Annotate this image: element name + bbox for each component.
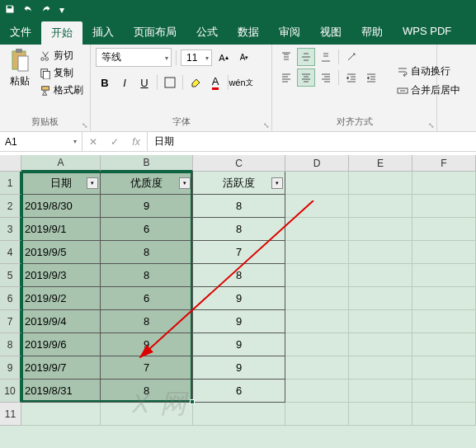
cell[interactable] [349,264,412,287]
cell-date[interactable]: 2019/9/6 [21,333,101,356]
column-header-d[interactable]: D [285,155,349,172]
row-header[interactable]: 4 [0,241,21,264]
cell[interactable] [349,218,412,241]
align-bottom-icon[interactable] [317,48,335,66]
cell[interactable] [412,241,476,264]
column-header-c[interactable]: C [193,155,285,172]
cell[interactable] [285,241,349,264]
row-header[interactable]: 10 [0,380,21,403]
row-header[interactable]: 6 [0,287,21,310]
cell-quality[interactable]: 6 [101,287,193,310]
cell[interactable] [349,333,412,356]
cell[interactable] [412,287,476,310]
cell-date[interactable]: 2019/9/5 [21,241,101,264]
fx-icon[interactable]: fx [125,136,147,148]
column-header-e[interactable]: E [349,155,412,172]
format-painter-button[interactable]: 格式刷 [38,83,85,98]
align-left-icon[interactable] [277,68,295,87]
cell-quality[interactable]: 8 [101,241,193,264]
row-header[interactable]: 8 [0,333,21,356]
font-name-select[interactable]: 等线▾ [96,48,172,67]
tab-file[interactable]: 文件 [0,20,41,45]
cell[interactable] [285,310,349,333]
name-box[interactable]: A1 ▾ [0,132,82,151]
cell-activity[interactable]: 9 [193,333,285,356]
tab-formulas[interactable]: 公式 [186,20,228,45]
cell[interactable] [285,356,349,380]
worksheet-grid[interactable]: A B C D E F 1日期▾优质度▾活跃度▾22019/8/30983201… [0,155,476,448]
cell[interactable] [412,403,476,426]
cell-date[interactable]: 2019/8/31 [21,380,101,403]
cell[interactable] [412,310,476,333]
cell-date[interactable]: 2019/9/1 [21,218,101,241]
cell[interactable] [285,172,349,195]
filter-dropdown-icon[interactable]: ▾ [271,177,283,189]
copy-button[interactable]: 复制 [38,65,85,81]
cell-date[interactable]: 2019/9/2 [21,287,101,310]
paste-button[interactable]: 粘贴 [5,48,35,114]
cell-date[interactable]: 2019/9/3 [21,264,101,287]
cell[interactable] [285,333,349,356]
cell[interactable] [349,287,412,310]
cell-header-date[interactable]: 日期▾ [21,172,101,195]
cell[interactable] [349,403,412,426]
decrease-indent-icon[interactable] [342,68,361,87]
tab-data[interactable]: 数据 [228,20,269,45]
cell-header-activity[interactable]: 活跃度▾ [193,172,285,195]
cell[interactable] [285,264,349,287]
accept-formula-icon[interactable]: ✓ [104,136,125,148]
border-button[interactable] [161,73,179,92]
cell-date[interactable]: 2019/9/7 [21,356,101,380]
fill-color-button[interactable] [186,73,205,92]
cell-quality[interactable]: 6 [101,218,193,241]
row-header[interactable]: 9 [0,356,21,380]
cell-activity[interactable]: 9 [193,287,285,310]
font-size-select[interactable]: 11▾ [181,50,212,66]
tab-wps-pdf[interactable]: WPS PDF [393,20,461,45]
name-box-caret-icon[interactable]: ▾ [73,138,77,145]
cell[interactable] [349,310,412,333]
align-center-icon[interactable] [297,68,315,87]
save-icon[interactable] [5,4,15,17]
row-header[interactable]: 11 [0,403,21,426]
cell-date[interactable]: 2019/8/30 [21,195,101,218]
cell-activity[interactable]: 6 [193,380,285,403]
cell-quality[interactable]: 9 [101,333,193,356]
filter-dropdown-icon[interactable]: ▾ [179,177,191,189]
cell[interactable] [349,380,412,403]
tab-review[interactable]: 审阅 [269,20,310,45]
font-dialog-launcher-icon[interactable]: ⤡ [263,121,270,130]
row-header[interactable]: 3 [0,218,21,241]
cell[interactable] [101,403,193,426]
cell[interactable] [412,333,476,356]
row-header[interactable]: 2 [0,195,21,218]
cell-quality[interactable]: 8 [101,380,193,403]
cell-activity[interactable]: 8 [193,264,285,287]
clipboard-dialog-launcher-icon[interactable]: ⤡ [82,121,88,130]
cell[interactable] [412,380,476,403]
cell[interactable] [349,356,412,380]
tab-help[interactable]: 帮助 [351,20,393,45]
phonetic-guide-icon[interactable]: wén文 [232,73,250,92]
cut-button[interactable]: 剪切 [38,48,85,64]
wrap-text-button[interactable]: 自动换行 [397,64,460,78]
fill-handle[interactable] [190,399,195,404]
column-header-b[interactable]: B [101,155,193,172]
row-header[interactable]: 5 [0,264,21,287]
cell[interactable] [193,403,285,426]
orientation-icon[interactable] [342,48,361,66]
column-header-f[interactable]: F [412,155,476,172]
cell[interactable] [21,403,101,426]
select-all-corner[interactable] [0,155,21,172]
column-header-a[interactable]: A [21,155,101,172]
cell-activity[interactable]: 7 [193,241,285,264]
cell-quality[interactable]: 9 [101,195,193,218]
cell-quality[interactable]: 7 [101,356,193,380]
increase-font-icon[interactable]: A▴ [214,49,233,67]
cell[interactable] [412,172,476,195]
cell-quality[interactable]: 8 [101,310,193,333]
row-header[interactable]: 1 [0,172,21,195]
cancel-formula-icon[interactable]: ✕ [82,136,104,148]
cell[interactable] [349,195,412,218]
cell[interactable] [412,356,476,380]
